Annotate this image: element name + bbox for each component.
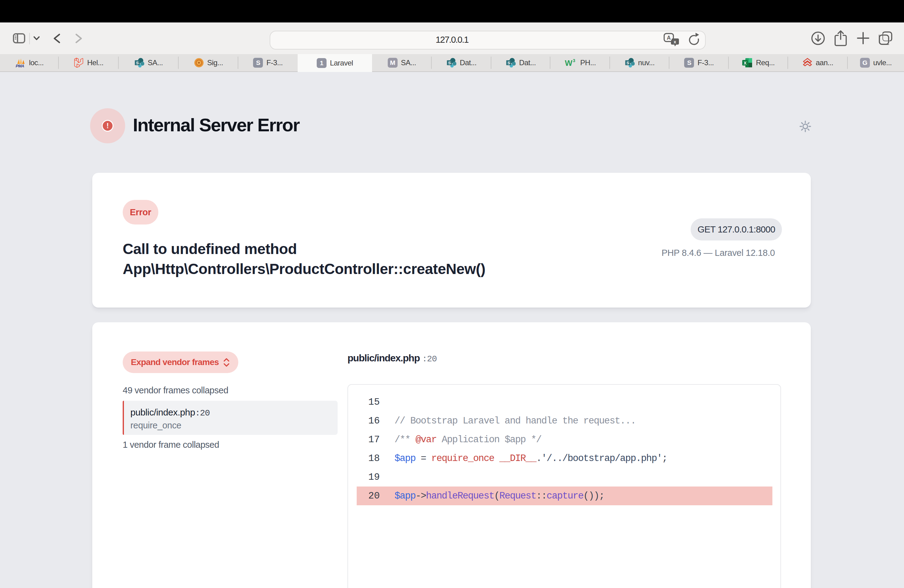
svg-text:A: A [667,35,671,41]
svg-text:S: S [626,60,629,65]
svg-text:X: X [744,60,747,65]
svg-text:S: S [508,60,510,65]
svg-text:S: S [448,60,451,65]
svg-text:3: 3 [573,58,575,63]
svg-text:x: x [674,39,676,44]
svg-text:PMA: PMA [16,64,24,68]
svg-text:S: S [136,60,139,65]
svg-text:W: W [565,58,572,68]
